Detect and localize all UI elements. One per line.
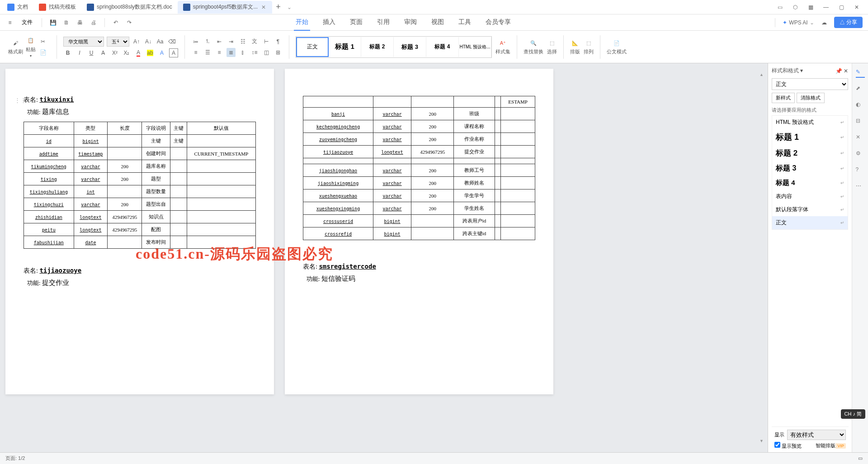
style-list-item[interactable]: 默认段落字体↵ xyxy=(772,203,848,216)
close-icon[interactable]: ✕ xyxy=(260,4,267,10)
style-h3[interactable]: 标题 3 xyxy=(394,37,426,57)
copy-icon[interactable]: 📄 xyxy=(38,48,47,57)
strikethrough-icon[interactable]: A̵ xyxy=(99,48,108,57)
char-border-icon[interactable]: A xyxy=(169,48,178,57)
font-effects-icon[interactable]: A xyxy=(157,48,166,57)
save-icon[interactable]: 💾 xyxy=(48,18,57,27)
file-menu[interactable]: 文件 xyxy=(19,17,35,28)
clear-format-button[interactable]: 清除格式 xyxy=(797,93,825,103)
clear-format-icon[interactable]: ⌫ xyxy=(167,37,176,46)
settings-icon[interactable]: ⚙ xyxy=(856,150,865,159)
bold-icon[interactable]: B xyxy=(63,48,72,57)
style-h2[interactable]: 标题 2 xyxy=(361,37,394,57)
select-button[interactable]: ⬚选择 xyxy=(547,38,557,55)
align-center-icon[interactable]: ☰ xyxy=(203,48,212,57)
drag-handle-icon[interactable]: ⋮⋮ xyxy=(14,97,26,104)
font-color-icon[interactable]: A xyxy=(134,48,143,57)
align-right-icon[interactable]: ≡ xyxy=(215,48,224,57)
view-mode-icon[interactable]: ▭ xyxy=(858,455,863,461)
doc-mode-button[interactable]: 📄公文模式 xyxy=(607,38,627,55)
tabs-icon[interactable]: ⊢ xyxy=(262,37,271,46)
share-button[interactable]: △ 分享 xyxy=(834,17,863,28)
tab-menu-icon[interactable]: ⌄ xyxy=(284,4,294,10)
tab-doc2-active[interactable]: springboot4psf5数据库文...✕ xyxy=(178,1,272,14)
style-gallery[interactable]: 正文 标题 1 标题 2 标题 3 标题 4 HTML 预设格... xyxy=(296,36,492,58)
tab-review[interactable]: 审阅 xyxy=(402,14,419,31)
underline-icon[interactable]: U xyxy=(87,48,96,57)
decrease-indent-icon[interactable]: ⇤ xyxy=(215,37,224,46)
select-tool-icon[interactable]: ⬈ xyxy=(856,85,865,94)
style-h1[interactable]: 标题 1 xyxy=(329,37,361,57)
style-list-item[interactable]: 正文↵ xyxy=(772,216,848,229)
arrange-button[interactable]: ⬚排列 xyxy=(584,38,594,55)
app-icon-2[interactable]: ⬡ xyxy=(791,3,799,11)
tab-start[interactable]: 开始 xyxy=(294,14,310,31)
style-list-item[interactable]: 标题 3↵ xyxy=(772,161,848,176)
font-size-select[interactable]: 五号 xyxy=(107,37,129,47)
align-justify-icon[interactable]: ≣ xyxy=(226,48,236,57)
wps-ai-button[interactable]: ✦WPS AI⌄ xyxy=(783,19,814,26)
app-icon-3[interactable]: ▦ xyxy=(807,3,815,11)
line-spacing-icon[interactable]: ↕≡ xyxy=(250,48,259,57)
maximize-icon[interactable]: ▢ xyxy=(837,3,845,11)
print-preview-icon[interactable]: 🗎 xyxy=(62,18,71,27)
show-filter-select[interactable]: 有效样式 xyxy=(787,430,846,440)
close-window-icon[interactable]: ✕ xyxy=(853,3,861,11)
layout-button[interactable]: 📐排版 xyxy=(570,38,580,55)
tab-view[interactable]: 视图 xyxy=(429,14,446,31)
tab-docs[interactable]: 文档 xyxy=(2,1,33,14)
style-set-button[interactable]: A⁺样式集 xyxy=(495,38,510,55)
number-list-icon[interactable]: ⒈ xyxy=(203,37,212,46)
scroll-down-icon[interactable]: ▼ xyxy=(760,439,767,443)
help-icon[interactable]: ? xyxy=(856,166,865,175)
increase-font-icon[interactable]: A↑ xyxy=(132,37,141,46)
highlight-icon[interactable]: ab xyxy=(146,48,155,57)
nav-icon[interactable]: ⊟ xyxy=(856,118,865,127)
pin-icon[interactable]: 📌 xyxy=(835,68,842,74)
shapes-icon[interactable]: ◐ xyxy=(856,101,865,110)
style-list-item[interactable]: HTML 预设格式↵ xyxy=(772,116,848,129)
new-tab-button[interactable]: + xyxy=(272,2,284,12)
preview-checkbox[interactable]: 显示预览 xyxy=(774,442,802,450)
page-indicator[interactable]: 页面: 1/2 xyxy=(5,455,25,462)
style-normal[interactable]: 正文 xyxy=(296,37,329,57)
distributed-icon[interactable]: ⫿ xyxy=(238,48,247,57)
undo-icon[interactable]: ↶ xyxy=(111,18,120,27)
paste-button[interactable]: 📋粘贴▾ xyxy=(26,36,36,58)
document-area[interactable]: ⋮⋮ 表名: tikuxinxi 功能: 题库信息 字段名称类型长度字段说明主键… xyxy=(0,63,768,452)
style-h4[interactable]: 标题 4 xyxy=(426,37,459,57)
italic-icon[interactable]: I xyxy=(75,48,84,57)
app-icon-1[interactable]: ▭ xyxy=(776,3,784,11)
style-list-item[interactable]: 表内容↵ xyxy=(772,190,848,203)
shading-icon[interactable]: ◫ xyxy=(262,48,271,57)
tab-template[interactable]: 找稿壳模板 xyxy=(33,1,81,14)
increase-indent-icon[interactable]: ⇥ xyxy=(226,37,236,46)
style-list-item[interactable]: 标题 1↵ xyxy=(772,129,848,145)
borders-icon[interactable]: ⊞ xyxy=(274,48,283,57)
font-name-select[interactable]: 华文细黑 xyxy=(63,37,104,47)
minimize-icon[interactable]: — xyxy=(822,3,830,11)
edit-icon[interactable]: ✎ xyxy=(856,69,865,78)
style-list[interactable]: HTML 预设格式↵标题 1↵标题 2↵标题 3↵标题 4↵表内容↵默认段落字体… xyxy=(772,115,848,230)
paragraph-mark-icon[interactable]: ¶ xyxy=(274,37,283,46)
find-replace-button[interactable]: 🔍查找替换 xyxy=(524,38,543,55)
redo-icon[interactable]: ↷ xyxy=(125,18,134,27)
style-list-item[interactable]: 标题 4↵ xyxy=(772,176,848,190)
new-style-button[interactable]: 新样式 xyxy=(772,93,795,103)
print2-icon[interactable]: 🖨 xyxy=(89,18,98,27)
tab-insert[interactable]: 插入 xyxy=(321,14,337,31)
current-style-select[interactable]: 正文 xyxy=(772,78,848,90)
style-html[interactable]: HTML 预设格... xyxy=(459,37,491,57)
style-list-item[interactable]: 标题 2↵ xyxy=(772,145,848,161)
format-painter-button[interactable]: 🖌格式刷 xyxy=(8,38,23,55)
hamburger-icon[interactable]: ≡ xyxy=(5,18,14,27)
change-case-icon[interactable]: Aa xyxy=(156,37,165,46)
sort-icon[interactable]: ☷ xyxy=(238,37,247,46)
text-direction-icon[interactable]: 文 xyxy=(250,37,259,46)
cut-icon[interactable]: ✂ xyxy=(38,37,47,46)
print-icon[interactable]: 🖶 xyxy=(75,18,85,27)
smart-layout-button[interactable]: 智能排版VIP xyxy=(816,442,846,449)
bullet-list-icon[interactable]: ≔ xyxy=(191,37,200,46)
scroll-up-icon[interactable]: ▲ xyxy=(760,72,767,77)
decrease-font-icon[interactable]: A↓ xyxy=(144,37,153,46)
